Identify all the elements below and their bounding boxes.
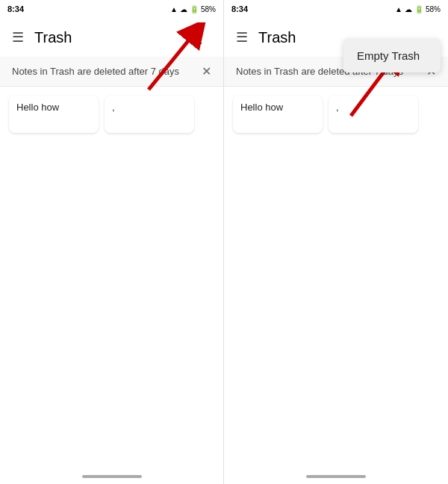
- left-status-bar: 8:34 ▲ ☁ 🔋 58%: [0, 0, 223, 18]
- left-home-indicator: [82, 475, 142, 478]
- left-status-icons: ▲ ☁ 🔋 58%: [170, 5, 216, 13]
- left-battery-icon: 🔋: [190, 5, 199, 13]
- left-battery-pct: 58%: [201, 5, 216, 13]
- left-cloud-icon: ☁: [180, 5, 187, 13]
- left-app-title: Trash: [34, 29, 190, 46]
- right-note-card-2[interactable]: ,: [329, 96, 418, 133]
- right-hamburger-icon[interactable]: ☰: [236, 29, 248, 46]
- right-home-indicator: [306, 475, 366, 478]
- left-signal-icon: ▲: [170, 5, 178, 13]
- right-battery-icon: 🔋: [414, 5, 423, 13]
- left-note-preview-1: Hello how: [16, 102, 59, 113]
- left-hamburger-icon[interactable]: ☰: [12, 29, 24, 46]
- left-close-icon[interactable]: ✕: [202, 64, 211, 78]
- empty-trash-button[interactable]: Empty Trash: [343, 39, 441, 72]
- left-app-bar: ☰ Trash ⋮: [0, 18, 223, 57]
- left-notice-banner: Notes in Trash are deleted after 7 days …: [0, 57, 223, 87]
- right-note-card-1[interactable]: Hello how: [233, 96, 323, 133]
- left-notice-text: Notes in Trash are deleted after 7 days: [12, 66, 179, 77]
- right-signal-icon: ▲: [395, 5, 402, 13]
- left-notes-list: Hello how ,: [0, 87, 223, 142]
- right-note-preview-2: ,: [336, 102, 339, 113]
- right-cloud-icon: ☁: [405, 5, 412, 13]
- left-phone-panel: 8:34 ▲ ☁ 🔋 58% ☰ Trash ⋮ Notes in Trash …: [0, 0, 224, 484]
- left-note-preview-2: ,: [112, 102, 115, 113]
- right-status-time: 8:34: [231, 4, 248, 13]
- right-notes-list: Hello how ,: [224, 87, 448, 142]
- right-note-preview-1: Hello how: [240, 102, 283, 113]
- right-battery-pct: 58%: [426, 5, 441, 13]
- right-phone-panel: 8:34 ▲ ☁ 🔋 58% ☰ Trash Empty Trash Notes…: [224, 0, 448, 484]
- right-status-icons: ▲ ☁ 🔋 58%: [395, 5, 441, 13]
- right-dropdown-menu: Empty Trash: [343, 39, 441, 72]
- right-status-bar: 8:34 ▲ ☁ 🔋 58%: [224, 0, 448, 18]
- left-status-time: 8:34: [7, 4, 24, 13]
- left-note-card-1[interactable]: Hello how: [9, 96, 99, 133]
- left-more-icon[interactable]: ⋮: [190, 25, 211, 49]
- left-note-card-2[interactable]: ,: [105, 96, 194, 133]
